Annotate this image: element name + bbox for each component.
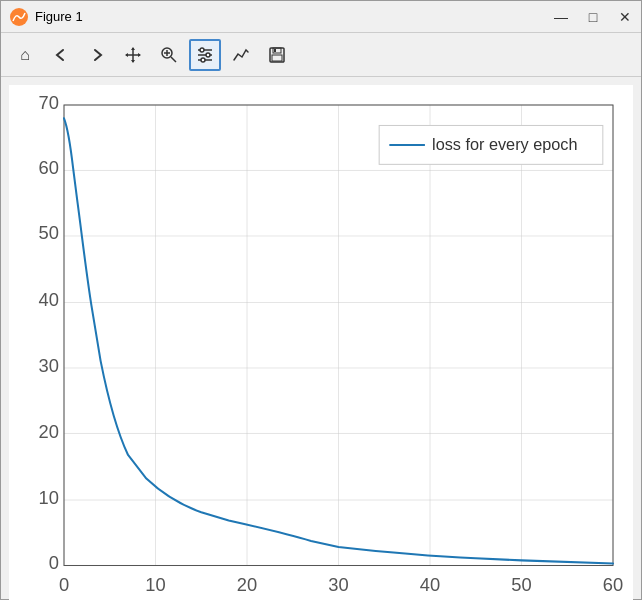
svg-marker-3 <box>131 47 135 50</box>
app-icon <box>9 7 29 27</box>
minimize-button[interactable]: — <box>553 9 569 25</box>
svg-text:50: 50 <box>39 222 59 243</box>
svg-marker-5 <box>125 53 128 57</box>
chart-svg: 0 10 20 30 40 50 60 70 0 10 20 30 40 50 … <box>64 105 613 566</box>
zoom-button[interactable] <box>153 39 185 71</box>
svg-text:0: 0 <box>59 574 69 595</box>
pan-button[interactable] <box>117 39 149 71</box>
svg-point-14 <box>200 48 204 52</box>
svg-text:40: 40 <box>39 289 59 310</box>
chart-container: 0 10 20 30 40 50 60 70 0 10 20 30 40 50 … <box>9 85 633 600</box>
svg-marker-4 <box>131 60 135 63</box>
chart-area: 0 10 20 30 40 50 60 70 0 10 20 30 40 50 … <box>9 85 633 600</box>
svg-line-8 <box>171 57 176 62</box>
configure-button[interactable] <box>189 39 221 71</box>
svg-point-15 <box>206 53 210 57</box>
svg-text:loss for every epoch: loss for every epoch <box>432 135 578 153</box>
title-bar: Figure 1 — □ ✕ <box>1 1 641 33</box>
svg-text:30: 30 <box>328 574 348 595</box>
plotstyle-button[interactable] <box>225 39 257 71</box>
svg-text:10: 10 <box>39 487 59 508</box>
svg-text:20: 20 <box>237 574 257 595</box>
home-button[interactable]: ⌂ <box>9 39 41 71</box>
back-button[interactable] <box>45 39 77 71</box>
svg-text:40: 40 <box>420 574 440 595</box>
svg-text:50: 50 <box>511 574 531 595</box>
svg-marker-6 <box>138 53 141 57</box>
svg-text:30: 30 <box>39 355 59 376</box>
forward-button[interactable] <box>81 39 113 71</box>
main-window: Figure 1 — □ ✕ ⌂ <box>0 0 642 600</box>
svg-text:70: 70 <box>39 92 59 113</box>
svg-text:0: 0 <box>49 552 59 573</box>
window-title: Figure 1 <box>35 9 553 24</box>
svg-text:60: 60 <box>603 574 623 595</box>
svg-text:20: 20 <box>39 421 59 442</box>
toolbar: ⌂ <box>1 33 641 77</box>
save-button[interactable] <box>261 39 293 71</box>
svg-rect-19 <box>272 55 282 61</box>
svg-text:10: 10 <box>145 574 165 595</box>
maximize-button[interactable]: □ <box>585 9 601 25</box>
close-button[interactable]: ✕ <box>617 9 633 25</box>
svg-text:60: 60 <box>39 157 59 178</box>
svg-rect-20 <box>274 49 276 52</box>
window-controls: — □ ✕ <box>553 9 633 25</box>
svg-point-16 <box>201 58 205 62</box>
